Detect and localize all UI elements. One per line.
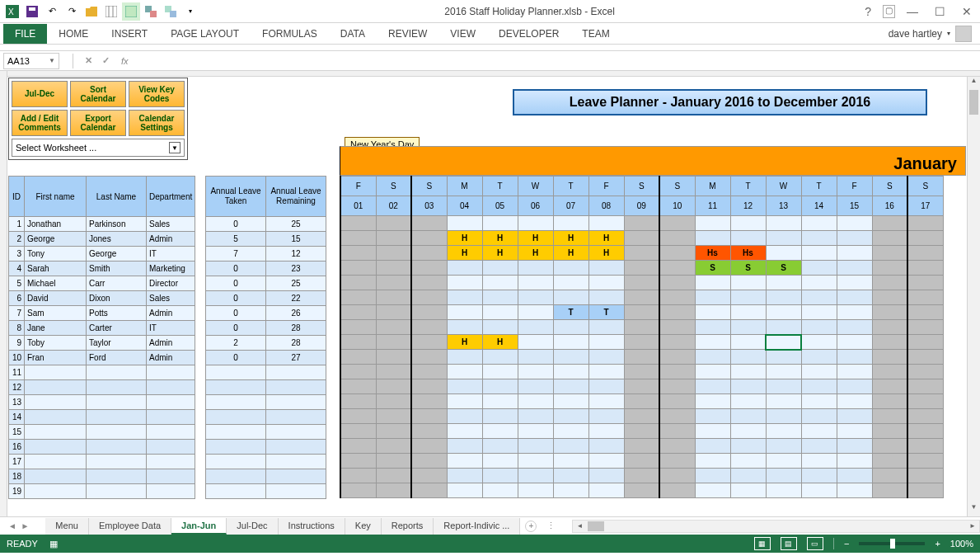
row-headers[interactable]	[0, 71, 7, 516]
calendar-cell[interactable]	[376, 409, 411, 424]
calendar-cell[interactable]	[518, 216, 553, 231]
sheet-tab[interactable]: Reports	[382, 518, 434, 535]
scroll-right-icon[interactable]: ►	[966, 522, 979, 530]
date-header[interactable]: 07	[553, 196, 588, 216]
table-row[interactable]	[206, 440, 326, 455]
maximize-icon[interactable]: ☐	[930, 5, 950, 18]
zoom-in-icon[interactable]: +	[935, 539, 940, 549]
calendar-cell[interactable]	[872, 409, 907, 424]
calendar-cell[interactable]	[624, 424, 659, 439]
calendar-cell[interactable]	[907, 483, 943, 498]
calendar-cell[interactable]: S	[730, 261, 766, 276]
calendar-cell[interactable]	[340, 394, 376, 409]
calendar-cell[interactable]	[695, 439, 730, 454]
day-header[interactable]: F	[340, 177, 376, 196]
calendar-cell[interactable]	[907, 246, 943, 261]
enter-icon[interactable]: ✓	[97, 55, 115, 66]
calendar-cell[interactable]	[837, 365, 872, 379]
calendar-row[interactable]	[340, 365, 943, 379]
ribbon-display-icon[interactable]: ▢	[883, 5, 895, 18]
calendar-cell[interactable]	[518, 350, 553, 365]
calendar-cell[interactable]: H	[518, 246, 553, 261]
calendar-cell[interactable]	[659, 469, 695, 483]
date-header[interactable]: 15	[837, 196, 872, 216]
calendar-cell[interactable]	[340, 231, 376, 246]
calendar-cell[interactable]	[553, 439, 588, 454]
col-last-name[interactable]: Last Name	[87, 177, 147, 217]
calendar-cell[interactable]: S	[766, 261, 801, 276]
calendar-cell[interactable]	[907, 335, 943, 350]
calendar-cell[interactable]	[624, 379, 659, 394]
zoom-slider[interactable]	[859, 542, 925, 545]
calendar-cell[interactable]	[588, 335, 624, 350]
leave-totals-table[interactable]: Annual Leave Taken Annual Leave Remainin…	[205, 176, 326, 499]
file-tab[interactable]: FILE	[3, 24, 47, 44]
calendar-cell[interactable]	[801, 290, 837, 305]
calendar-cell[interactable]	[482, 483, 518, 498]
calendar-cell[interactable]	[553, 261, 588, 276]
calendar-cell[interactable]	[872, 290, 907, 305]
calendar-cell[interactable]	[447, 276, 482, 290]
calendar-cell[interactable]	[659, 216, 695, 231]
calendar-cell[interactable]	[482, 350, 518, 365]
calendar-cell[interactable]	[624, 469, 659, 483]
calendar-cell[interactable]	[766, 231, 801, 246]
new-sheet-icon[interactable]: +	[525, 521, 537, 532]
calendar-cell[interactable]	[447, 216, 482, 231]
calendar-cell[interactable]	[553, 483, 588, 498]
zoom-level[interactable]: 100%	[950, 539, 973, 549]
calendar-row[interactable]	[340, 483, 943, 498]
date-header[interactable]: 04	[447, 196, 482, 216]
calendar-cell[interactable]	[376, 216, 411, 231]
calendar-cell[interactable]	[482, 469, 518, 483]
calendar-cell[interactable]	[482, 320, 518, 335]
calendar-cell[interactable]	[801, 424, 837, 439]
table-row[interactable]	[206, 365, 326, 380]
calendar-cell[interactable]	[872, 454, 907, 469]
calendar-cell[interactable]: Hs	[730, 246, 766, 261]
calendar-cell[interactable]	[447, 409, 482, 424]
calendar-cell[interactable]	[801, 276, 837, 290]
calendar-cell[interactable]	[588, 469, 624, 483]
table-row[interactable]: 712	[206, 247, 326, 262]
calendar-cell[interactable]	[837, 439, 872, 454]
calendar-cell[interactable]: H	[518, 231, 553, 246]
table-row[interactable]: 2GeorgeJonesAdmin	[9, 232, 195, 247]
date-header[interactable]: 10	[659, 196, 695, 216]
calendar-cell[interactable]	[376, 439, 411, 454]
day-header[interactable]: F	[588, 177, 624, 196]
table-row[interactable]: 1JonathanParkinsonSales	[9, 217, 195, 232]
calendar-cell[interactable]	[695, 305, 730, 320]
calendar-cell[interactable]	[518, 320, 553, 335]
calendar-cell[interactable]	[376, 231, 411, 246]
tab-data[interactable]: DATA	[329, 24, 377, 44]
table-row[interactable]: 028	[206, 321, 326, 336]
scroll-up-icon[interactable]: ▲	[968, 77, 980, 90]
calendar-cell[interactable]	[730, 216, 766, 231]
help-icon[interactable]: ?	[860, 5, 876, 18]
calendar-cell[interactable]	[659, 320, 695, 335]
calendar-cell[interactable]	[872, 276, 907, 290]
calendar-cell[interactable]: H	[482, 335, 518, 350]
view-page-layout-icon[interactable]: ▤	[781, 537, 797, 550]
calendar-row[interactable]	[340, 350, 943, 365]
worksheet-selector[interactable]: Select Worksheet ... ▼	[12, 139, 185, 157]
calendar-row[interactable]: HHHHHHsHs	[340, 246, 943, 261]
calendar-cell[interactable]	[837, 335, 872, 350]
calendar-cell[interactable]	[801, 231, 837, 246]
date-header[interactable]: 13	[766, 196, 801, 216]
calendar-cell[interactable]	[482, 394, 518, 409]
excel-icon[interactable]: X	[3, 2, 21, 21]
table-row[interactable]: 022	[206, 291, 326, 306]
date-header[interactable]: 12	[730, 196, 766, 216]
calendar-cell[interactable]	[766, 365, 801, 379]
day-header[interactable]: S	[376, 177, 411, 196]
table-row[interactable]	[206, 380, 326, 395]
calendar-row[interactable]: HH	[340, 335, 943, 350]
calendar-cell[interactable]	[482, 290, 518, 305]
btn-add-edit-comments[interactable]: Add / Edit Comments	[12, 110, 68, 136]
calendar-cell[interactable]	[340, 365, 376, 379]
table-row[interactable]	[206, 484, 326, 499]
calendar-cell[interactable]: H	[588, 231, 624, 246]
calendar-cell[interactable]	[482, 409, 518, 424]
